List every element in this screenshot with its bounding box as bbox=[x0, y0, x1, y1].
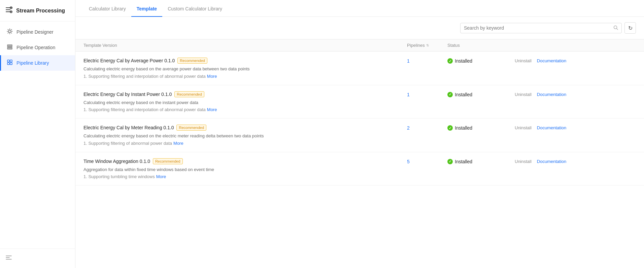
table-row: Time Window Aggregation 0.1.0 Recommende… bbox=[75, 152, 644, 186]
svg-rect-12 bbox=[10, 63, 12, 65]
uninstall-button-2[interactable]: Uninstall bbox=[515, 92, 532, 97]
row-main-3: Electric Energy Cal by Meter Reading 0.1… bbox=[83, 125, 407, 146]
row-main-4: Time Window Aggregation 0.1.0 Recommende… bbox=[83, 158, 407, 179]
table-row: Electric Energy Cal by Meter Reading 0.1… bbox=[75, 119, 644, 152]
pipelines-count-3[interactable]: 2 bbox=[407, 125, 447, 131]
tab-custom-calculator-library[interactable]: Custom Calculator Library bbox=[162, 0, 228, 17]
pipeline-operation-icon bbox=[6, 44, 13, 51]
actions-cell-1: Uninstall Documentation bbox=[515, 58, 582, 63]
pipeline-designer-icon bbox=[6, 28, 13, 36]
svg-rect-7 bbox=[7, 46, 12, 47]
status-icon-1 bbox=[447, 58, 453, 64]
col-header-template-version: Template Version bbox=[83, 43, 407, 48]
svg-rect-9 bbox=[7, 60, 9, 62]
svg-rect-8 bbox=[7, 48, 12, 49]
sidebar-item-label-pipeline-designer: Pipeline Designer bbox=[16, 29, 54, 35]
more-link-1[interactable]: More bbox=[207, 74, 217, 79]
sidebar-item-label-pipeline-library: Pipeline Library bbox=[16, 60, 49, 66]
row-sub-4: 1. Supporting tumbling time windows More bbox=[83, 174, 407, 179]
badge-recommended-1: Recommended bbox=[177, 58, 207, 64]
more-link-4[interactable]: More bbox=[156, 174, 166, 179]
sidebar-item-pipeline-library[interactable]: Pipeline Library bbox=[0, 55, 75, 71]
col-header-pipelines[interactable]: Pipelines ⇅ bbox=[407, 43, 447, 48]
documentation-link-3[interactable]: Documentation bbox=[537, 125, 566, 130]
toolbar: ↻ bbox=[75, 17, 644, 39]
uninstall-button-4[interactable]: Uninstall bbox=[515, 159, 532, 164]
badge-recommended-3: Recommended bbox=[176, 125, 206, 131]
status-text-2: Installed bbox=[455, 92, 472, 97]
search-input[interactable] bbox=[464, 25, 613, 31]
more-link-2[interactable]: More bbox=[207, 107, 217, 112]
status-text-3: Installed bbox=[455, 125, 472, 131]
row-sub-2: 1. Supporting filtering and interpolatio… bbox=[83, 107, 407, 112]
sidebar-footer bbox=[0, 248, 75, 268]
sidebar: Stream Processing Pipeline Designer Pipe… bbox=[0, 0, 75, 268]
row-sub-3: 1. Supporting filtering of abnormal powe… bbox=[83, 141, 407, 146]
search-icon bbox=[613, 25, 618, 31]
row-main-2: Electric Energy Cal by Instant Power 0.1… bbox=[83, 91, 407, 112]
sidebar-item-pipeline-operation[interactable]: Pipeline Operation bbox=[0, 40, 75, 55]
stream-processing-icon bbox=[5, 6, 13, 15]
row-title-1: Electric Energy Cal by Average Power 0.1… bbox=[83, 58, 407, 64]
svg-point-5 bbox=[9, 30, 11, 33]
status-icon-3 bbox=[447, 125, 453, 131]
footer-icon bbox=[5, 256, 12, 262]
table-container: Template Version Pipelines ⇅ Status Elec… bbox=[75, 39, 644, 268]
row-main-1: Electric Energy Cal by Average Power 0.1… bbox=[83, 58, 407, 79]
uninstall-button-1[interactable]: Uninstall bbox=[515, 58, 532, 63]
refresh-icon: ↻ bbox=[628, 25, 633, 31]
row-desc-1: Calculating electric energy based on the… bbox=[83, 66, 407, 72]
row-title-4: Time Window Aggregation 0.1.0 Recommende… bbox=[83, 158, 407, 164]
status-icon-2 bbox=[447, 92, 453, 97]
documentation-link-4[interactable]: Documentation bbox=[537, 159, 566, 164]
table-row: Electric Energy Cal by Average Power 0.1… bbox=[75, 52, 644, 85]
svg-rect-6 bbox=[7, 45, 12, 46]
row-desc-2: Calculating electric energy based on the… bbox=[83, 99, 407, 106]
actions-cell-4: Uninstall Documentation bbox=[515, 158, 582, 164]
documentation-link-2[interactable]: Documentation bbox=[537, 92, 566, 97]
sidebar-nav: Pipeline Designer Pipeline Operation bbox=[0, 22, 75, 248]
status-text-4: Installed bbox=[455, 159, 472, 164]
table-header: Template Version Pipelines ⇅ Status bbox=[75, 39, 644, 52]
tabs-bar: Calculator Library Template Custom Calcu… bbox=[75, 0, 644, 17]
pipelines-count-4[interactable]: 5 bbox=[407, 158, 447, 164]
svg-line-17 bbox=[617, 28, 618, 30]
pipeline-library-icon bbox=[6, 59, 13, 67]
more-link-3[interactable]: More bbox=[173, 141, 183, 146]
row-sub-1: 1. Supporting filtering and interpolatio… bbox=[83, 74, 407, 79]
actions-cell-3: Uninstall Documentation bbox=[515, 125, 582, 130]
col-header-status: Status bbox=[447, 43, 515, 48]
row-title-2: Electric Energy Cal by Instant Power 0.1… bbox=[83, 91, 407, 97]
actions-cell-2: Uninstall Documentation bbox=[515, 91, 582, 97]
status-text-1: Installed bbox=[455, 58, 472, 64]
pipelines-count-1[interactable]: 1 bbox=[407, 58, 447, 64]
status-cell-4: Installed bbox=[447, 158, 515, 164]
main-content: Calculator Library Template Custom Calcu… bbox=[75, 0, 644, 268]
uninstall-button-3[interactable]: Uninstall bbox=[515, 125, 532, 130]
sidebar-item-label-pipeline-operation: Pipeline Operation bbox=[16, 45, 55, 50]
sidebar-item-pipeline-designer[interactable]: Pipeline Designer bbox=[0, 24, 75, 40]
table-row: Electric Energy Cal by Instant Power 0.1… bbox=[75, 85, 644, 119]
badge-recommended-4: Recommended bbox=[153, 158, 183, 164]
status-icon-4 bbox=[447, 159, 453, 164]
row-desc-4: Aggregation for data within fixed time w… bbox=[83, 166, 407, 173]
sidebar-header: Stream Processing bbox=[0, 0, 75, 22]
documentation-link-1[interactable]: Documentation bbox=[537, 58, 566, 63]
svg-rect-10 bbox=[10, 60, 12, 62]
row-title-3: Electric Energy Cal by Meter Reading 0.1… bbox=[83, 125, 407, 131]
search-box[interactable] bbox=[460, 23, 622, 33]
row-desc-3: Calculating electric energy based on the… bbox=[83, 133, 407, 139]
status-cell-1: Installed bbox=[447, 58, 515, 64]
pipelines-count-2[interactable]: 1 bbox=[407, 91, 447, 97]
refresh-button[interactable]: ↻ bbox=[624, 22, 636, 34]
tab-template[interactable]: Template bbox=[131, 0, 162, 17]
tab-calculator-library[interactable]: Calculator Library bbox=[83, 0, 131, 17]
col-header-actions bbox=[515, 43, 582, 48]
svg-rect-11 bbox=[7, 63, 9, 65]
status-cell-2: Installed bbox=[447, 91, 515, 97]
sort-icon-pipelines: ⇅ bbox=[426, 43, 429, 47]
status-cell-3: Installed bbox=[447, 125, 515, 131]
sidebar-title: Stream Processing bbox=[16, 8, 65, 14]
badge-recommended-2: Recommended bbox=[174, 91, 204, 97]
